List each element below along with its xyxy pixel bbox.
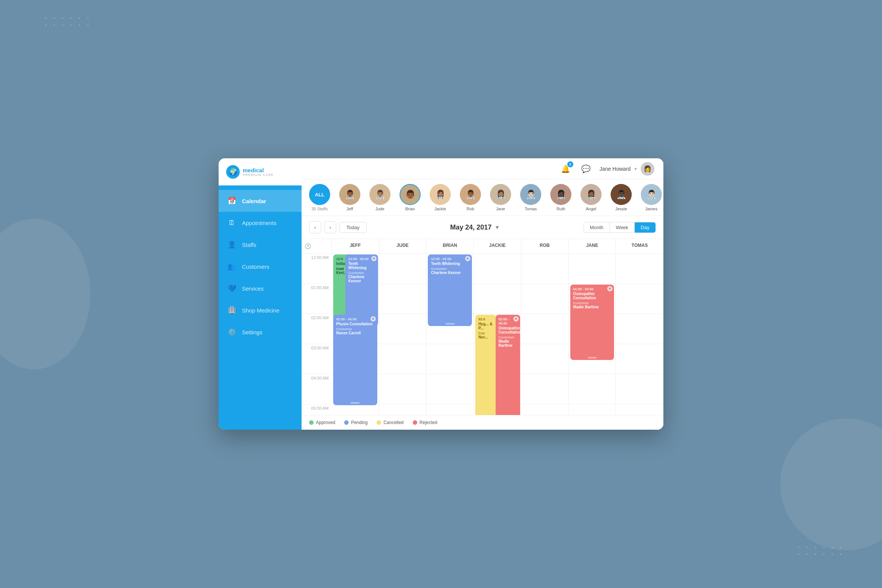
close-icon[interactable]: ✕: [371, 256, 377, 261]
user-avatar: 👩: [641, 162, 654, 176]
time-0400: 04:00 AM: [302, 374, 332, 404]
staff-item-jessie[interactable]: 👨🏿‍⚕️ Jessie: [611, 184, 632, 211]
col-header-brian: BRIAN: [426, 239, 474, 253]
logo-name: medical: [243, 167, 274, 173]
drag-handle[interactable]: [588, 357, 597, 358]
sidebar-item-calendar[interactable]: 📅 Calendar: [219, 190, 302, 212]
services-icon: 💙: [227, 283, 237, 293]
sidebar-item-staffs[interactable]: 👤 Staffs: [219, 234, 302, 256]
staff-all-button[interactable]: ALL 30 Staffs: [309, 184, 330, 211]
legend-rejected: Rejected: [413, 420, 437, 425]
staff-item-angel[interactable]: 👩🏾‍⚕️ Angel: [580, 184, 602, 211]
close-icon[interactable]: ✕: [371, 316, 376, 322]
sidebar-label-customers: Customers: [242, 263, 270, 270]
staff-col-rob: [521, 254, 569, 415]
next-button[interactable]: ›: [324, 221, 336, 233]
staff-col-jude: [379, 254, 427, 415]
all-circle[interactable]: ALL: [309, 184, 330, 205]
appt-jane-osteo[interactable]: ✕ 01:00 - 03:00 Osteopathic Consultation…: [570, 285, 614, 360]
staff-item-tomas[interactable]: 👨🏻‍⚕️ Tomas: [520, 184, 541, 211]
messages-button[interactable]: 💬: [579, 162, 593, 176]
time-header: 🕐: [302, 239, 332, 253]
appt-brian-teeth[interactable]: ✕ 12:00 - 02:00 Teeth Whitening Customer…: [428, 254, 472, 326]
staff-avatar-jane: 👩🏽‍⚕️: [490, 184, 511, 205]
calendar-toolbar: ‹ › Today May 24, 2017 ▼ Month Week Day: [302, 216, 663, 239]
sidebar-item-appointments[interactable]: 🗓 Appointments: [219, 212, 302, 234]
sidebar-item-settings[interactable]: ⚙️ Settings: [219, 321, 302, 343]
time-0300: 03:00 AM: [302, 344, 332, 374]
drag-handle[interactable]: [446, 323, 455, 325]
staff-item-jane[interactable]: 👩🏽‍⚕️ Jane: [490, 184, 511, 211]
today-button[interactable]: Today: [339, 222, 367, 233]
legend-label-approved: Approved: [316, 420, 335, 425]
sidebar-label-settings: Settings: [242, 329, 262, 335]
calendar-icon: 📅: [227, 196, 237, 206]
staff-col-brian: ✕ 12:00 - 02:00 Teeth Whitening Customer…: [426, 254, 474, 415]
staff-item-brian[interactable]: 👨🏾 Brian: [400, 184, 421, 211]
main-content: 🔔 3 💬 Jane Howard ▼ 👩 ALL 30 Staffs 👨🏾‍⚕…: [302, 158, 663, 430]
staff-avatar-jude: 👨🏽‍⚕️: [369, 184, 390, 205]
sidebar-nav: 📅 Calendar 🗓 Appointments 👤 Staffs 👥 Cus…: [219, 185, 302, 430]
close-icon[interactable]: ✕: [607, 286, 612, 291]
customers-icon: 👥: [227, 262, 237, 271]
sidebar-item-customers[interactable]: 👥 Customers: [219, 256, 302, 277]
staff-item-jeff[interactable]: 👨🏾‍⚕️ Jeff: [339, 184, 360, 211]
sidebar-item-shop-medicine[interactable]: 🏥 Shop Medicine: [219, 299, 302, 321]
title-dropdown-icon: ▼: [495, 224, 500, 230]
staff-avatar-ruth: 👩🏿‍⚕️: [550, 184, 571, 205]
sidebar-item-services[interactable]: 💙 Services: [219, 277, 302, 299]
drag-handle[interactable]: [351, 402, 360, 404]
staff-item-jude[interactable]: 👨🏽‍⚕️ Jude: [369, 184, 390, 211]
logo-sub: PREMIUM CARE: [243, 173, 274, 177]
staff-avatar-tomas: 👨🏻‍⚕️: [520, 184, 541, 205]
sidebar-label-shop-medicine: Shop Medicine: [242, 307, 279, 314]
staff-avatar-jeff: 👨🏾‍⚕️: [339, 184, 360, 205]
sidebar-label-services: Services: [242, 285, 264, 292]
sidebar-label-appointments: Appointments: [242, 220, 277, 226]
notifications-button[interactable]: 🔔 3: [559, 162, 573, 176]
settings-icon: ⚙️: [227, 327, 237, 337]
staff-item-ruth[interactable]: 👩🏿‍⚕️ Ruth: [550, 184, 571, 211]
staff-col-jeff: 12:0 Initial... Cust Kevi... ✕ 12:00 - 0…: [332, 254, 379, 415]
legend-cancelled: Cancelled: [377, 420, 403, 425]
day-view-button[interactable]: Day: [635, 222, 655, 233]
staff-row: ALL 30 Staffs 👨🏾‍⚕️ Jeff 👨🏽‍⚕️ Jude 👨🏾 B…: [302, 179, 663, 216]
staff-col-jane: ✕ 01:00 - 03:00 Osteopathic Consultation…: [569, 254, 616, 415]
calendar-title: May 24, 2017 ▼: [450, 224, 500, 231]
week-view-button[interactable]: Week: [610, 222, 635, 233]
appt-jackie-red[interactable]: ✕ 02:00 - 05:00 Osteopathic Consultation…: [496, 315, 520, 415]
staff-item-james[interactable]: 👨🏻‍⚕️ James: [641, 184, 662, 211]
staff-name-jeff: Jeff: [346, 207, 353, 211]
staff-item-jackie[interactable]: 👩🏽‍⚕️ Jackie: [430, 184, 451, 211]
staff-avatar-jackie: 👩🏽‍⚕️: [430, 184, 451, 205]
logo-icon: 🌍: [226, 165, 240, 179]
sidebar-label-calendar: Calendar: [242, 198, 266, 204]
logo: 🌍 medical PREMIUM CARE: [219, 158, 302, 185]
staff-avatar-rob: 👨🏾‍⚕️: [460, 184, 481, 205]
prev-button[interactable]: ‹: [309, 221, 321, 233]
time-0200: 02:00 AM: [302, 314, 332, 344]
calendar-grid-wrap: 🕐 JEFF JUDE BRIAN JACKIE ROB JANE TOMAS …: [302, 239, 663, 415]
header: 🔔 3 💬 Jane Howard ▼ 👩: [302, 158, 663, 179]
appt-jeff-physio[interactable]: ✕ 02:00 - 05:00 Physio Consultation Cust…: [333, 315, 377, 405]
view-selector: Month Week Day: [583, 222, 656, 233]
staff-name-ruth: Ruth: [556, 207, 565, 211]
staff-name-jessie: Jessie: [615, 207, 627, 211]
staff-item-rob[interactable]: 👨🏾‍⚕️ Rob: [460, 184, 481, 211]
month-view-button[interactable]: Month: [584, 222, 610, 233]
col-header-jane: JANE: [569, 239, 616, 253]
staff-col-tomas: [616, 254, 663, 415]
user-menu[interactable]: Jane Howard ▼ 👩: [600, 162, 654, 176]
user-name: Jane Howard: [600, 166, 631, 172]
shop-medicine-icon: 🏥: [227, 305, 237, 315]
close-icon[interactable]: ✕: [513, 316, 519, 322]
legend-label-pending: Pending: [351, 420, 368, 425]
legend-pending: Pending: [344, 420, 368, 425]
legend-dot-pending: [344, 420, 349, 425]
appt-jackie-yellow[interactable]: 02:0 Hyg... & P... Cus Nor...: [475, 315, 496, 415]
legend-label-rejected: Rejected: [420, 420, 437, 425]
close-icon[interactable]: ✕: [465, 256, 470, 261]
legend: Approved Pending Cancelled Rejected: [302, 415, 663, 430]
calendar-grid: 🕐 JEFF JUDE BRIAN JACKIE ROB JANE TOMAS …: [302, 239, 663, 415]
staff-name-angel: Angel: [586, 207, 596, 211]
